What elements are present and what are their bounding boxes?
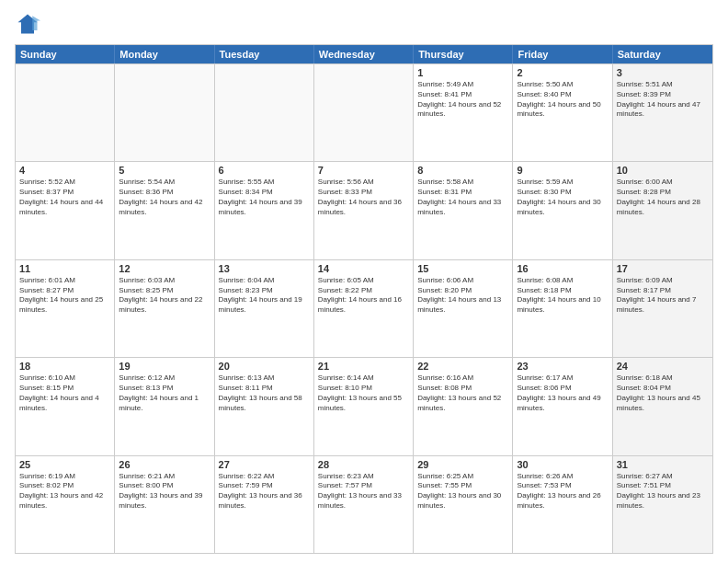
day-number-13: 13 [219,263,310,274]
cal-cell-2-2: 13Sunrise: 6:04 AMSunset: 8:23 PMDayligh… [215,260,314,357]
cell-info-25: Sunrise: 6:19 AMSunset: 8:02 PMDaylight:… [19,472,110,511]
day-number-25: 25 [19,459,110,470]
cal-cell-3-3: 21Sunrise: 6:14 AMSunset: 8:10 PMDayligh… [314,358,414,454]
cal-cell-2-4: 15Sunrise: 6:06 AMSunset: 8:20 PMDayligh… [414,260,513,357]
cal-cell-0-6: 3Sunrise: 5:51 AMSunset: 8:39 PMDaylight… [613,64,712,161]
cal-cell-4-4: 29Sunrise: 6:25 AMSunset: 7:55 PMDayligh… [414,456,513,553]
calendar-body: 1Sunrise: 5:49 AMSunset: 8:41 PMDaylight… [16,63,712,553]
cell-info-30: Sunrise: 6:26 AMSunset: 7:53 PMDaylight:… [517,472,608,511]
cell-info-24: Sunrise: 6:18 AMSunset: 8:04 PMDaylight:… [617,373,709,413]
day-number-27: 27 [219,459,310,470]
cell-info-27: Sunrise: 6:22 AMSunset: 7:59 PMDaylight:… [219,472,310,511]
cell-info-7: Sunrise: 5:56 AMSunset: 8:33 PMDaylight:… [318,178,409,217]
cell-info-26: Sunrise: 6:21 AMSunset: 8:00 PMDaylight:… [119,472,210,511]
cell-info-1: Sunrise: 5:49 AMSunset: 8:41 PMDaylight:… [417,80,508,120]
day-number-9: 9 [517,165,608,176]
day-number-1: 1 [417,67,508,78]
day-number-19: 19 [119,361,210,372]
cell-info-8: Sunrise: 5:58 AMSunset: 8:31 PMDaylight:… [417,178,508,217]
cell-info-18: Sunrise: 6:10 AMSunset: 8:15 PMDaylight:… [19,373,110,413]
cell-info-2: Sunrise: 5:50 AMSunset: 8:40 PMDaylight:… [517,80,608,120]
cal-cell-0-0 [16,64,115,161]
calendar: Sunday Monday Tuesday Wednesday Thursday… [15,44,713,554]
week-row-2: 11Sunrise: 6:01 AMSunset: 8:27 PMDayligh… [16,259,712,357]
cal-cell-1-0: 4Sunrise: 5:52 AMSunset: 8:37 PMDaylight… [16,162,115,259]
cal-cell-3-4: 22Sunrise: 6:16 AMSunset: 8:08 PMDayligh… [414,358,513,454]
cell-info-20: Sunrise: 6:13 AMSunset: 8:11 PMDaylight:… [219,373,310,413]
cell-info-11: Sunrise: 6:01 AMSunset: 8:27 PMDaylight:… [19,276,110,316]
day-number-14: 14 [318,263,409,274]
day-number-4: 4 [19,165,110,176]
day-number-28: 28 [318,459,409,470]
cal-cell-3-2: 20Sunrise: 6:13 AMSunset: 8:11 PMDayligh… [215,358,314,454]
cell-info-3: Sunrise: 5:51 AMSunset: 8:39 PMDaylight:… [617,80,709,120]
cell-info-4: Sunrise: 5:52 AMSunset: 8:37 PMDaylight:… [19,178,110,217]
cell-info-15: Sunrise: 6:06 AMSunset: 8:20 PMDaylight:… [417,276,508,316]
day-number-15: 15 [417,263,508,274]
day-number-8: 8 [417,165,508,176]
cal-cell-1-5: 9Sunrise: 5:59 AMSunset: 8:30 PMDaylight… [513,162,612,259]
cal-cell-4-1: 26Sunrise: 6:21 AMSunset: 8:00 PMDayligh… [115,456,214,553]
header-monday: Monday [115,45,214,63]
cell-info-10: Sunrise: 6:00 AMSunset: 8:28 PMDaylight:… [617,178,709,217]
day-number-31: 31 [617,459,709,470]
cell-info-28: Sunrise: 6:23 AMSunset: 7:57 PMDaylight:… [318,472,409,511]
cal-cell-0-3 [314,64,414,161]
day-number-23: 23 [517,361,608,372]
day-number-6: 6 [219,165,310,176]
cell-info-22: Sunrise: 6:16 AMSunset: 8:08 PMDaylight:… [417,373,508,413]
day-number-20: 20 [219,361,310,372]
day-number-10: 10 [617,165,709,176]
cal-cell-1-1: 5Sunrise: 5:54 AMSunset: 8:36 PMDaylight… [115,162,214,259]
day-number-11: 11 [19,263,110,274]
cal-cell-3-0: 18Sunrise: 6:10 AMSunset: 8:15 PMDayligh… [16,358,115,454]
cell-info-17: Sunrise: 6:09 AMSunset: 8:17 PMDaylight:… [617,276,709,316]
week-row-0: 1Sunrise: 5:49 AMSunset: 8:41 PMDaylight… [16,63,712,161]
cell-info-14: Sunrise: 6:05 AMSunset: 8:22 PMDaylight:… [318,276,409,316]
cell-info-16: Sunrise: 6:08 AMSunset: 8:18 PMDaylight:… [517,276,608,316]
day-number-5: 5 [119,165,210,176]
cal-cell-2-0: 11Sunrise: 6:01 AMSunset: 8:27 PMDayligh… [16,260,115,357]
logo-icon [15,11,40,37]
day-number-29: 29 [417,459,508,470]
day-number-7: 7 [318,165,409,176]
cal-cell-1-6: 10Sunrise: 6:00 AMSunset: 8:28 PMDayligh… [613,162,712,259]
header-tuesday: Tuesday [215,45,314,63]
cal-cell-4-3: 28Sunrise: 6:23 AMSunset: 7:57 PMDayligh… [314,456,414,553]
logo [15,11,44,37]
cal-cell-3-6: 24Sunrise: 6:18 AMSunset: 8:04 PMDayligh… [613,358,712,454]
cell-info-5: Sunrise: 5:54 AMSunset: 8:36 PMDaylight:… [119,178,210,217]
header-sunday: Sunday [16,45,115,63]
cal-cell-4-6: 31Sunrise: 6:27 AMSunset: 7:51 PMDayligh… [613,456,712,553]
cell-info-21: Sunrise: 6:14 AMSunset: 8:10 PMDaylight:… [318,373,409,413]
cal-cell-2-5: 16Sunrise: 6:08 AMSunset: 8:18 PMDayligh… [513,260,612,357]
week-row-4: 25Sunrise: 6:19 AMSunset: 8:02 PMDayligh… [16,455,712,553]
cell-info-12: Sunrise: 6:03 AMSunset: 8:25 PMDaylight:… [119,276,210,316]
cell-info-19: Sunrise: 6:12 AMSunset: 8:13 PMDaylight:… [119,373,210,413]
cal-cell-3-1: 19Sunrise: 6:12 AMSunset: 8:13 PMDayligh… [115,358,214,454]
calendar-header: Sunday Monday Tuesday Wednesday Thursday… [16,45,712,63]
day-number-3: 3 [617,67,709,78]
header-saturday: Saturday [613,45,712,63]
cal-cell-4-2: 27Sunrise: 6:22 AMSunset: 7:59 PMDayligh… [215,456,314,553]
header-friday: Friday [513,45,612,63]
cal-cell-2-3: 14Sunrise: 6:05 AMSunset: 8:22 PMDayligh… [314,260,414,357]
header-thursday: Thursday [414,45,513,63]
cal-cell-1-2: 6Sunrise: 5:55 AMSunset: 8:34 PMDaylight… [215,162,314,259]
day-number-12: 12 [119,263,210,274]
cal-cell-0-4: 1Sunrise: 5:49 AMSunset: 8:41 PMDaylight… [414,64,513,161]
day-number-17: 17 [617,263,709,274]
day-number-16: 16 [517,263,608,274]
cell-info-9: Sunrise: 5:59 AMSunset: 8:30 PMDaylight:… [517,178,608,217]
header-wednesday: Wednesday [314,45,414,63]
day-number-22: 22 [417,361,508,372]
day-number-2: 2 [517,67,608,78]
cal-cell-2-6: 17Sunrise: 6:09 AMSunset: 8:17 PMDayligh… [613,260,712,357]
cell-info-6: Sunrise: 5:55 AMSunset: 8:34 PMDaylight:… [219,178,310,217]
cal-cell-0-5: 2Sunrise: 5:50 AMSunset: 8:40 PMDaylight… [513,64,612,161]
cal-cell-0-2 [215,64,314,161]
cal-cell-3-5: 23Sunrise: 6:17 AMSunset: 8:06 PMDayligh… [513,358,612,454]
cal-cell-1-3: 7Sunrise: 5:56 AMSunset: 8:33 PMDaylight… [314,162,414,259]
week-row-3: 18Sunrise: 6:10 AMSunset: 8:15 PMDayligh… [16,357,712,454]
cal-cell-2-1: 12Sunrise: 6:03 AMSunset: 8:25 PMDayligh… [115,260,214,357]
